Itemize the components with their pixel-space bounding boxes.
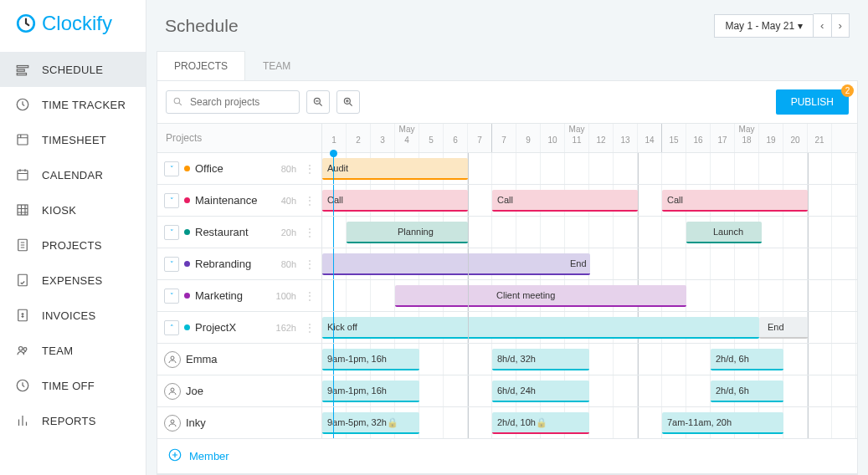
zoom-out-button[interactable] — [306, 90, 330, 114]
timeline[interactable]: Client meeting — [322, 280, 857, 311]
date-prev-button[interactable]: ‹ — [814, 13, 831, 38]
assignment-bar[interactable]: 6h/d, 24h — [492, 381, 589, 402]
schedule-bar[interactable]: End — [322, 253, 590, 275]
tab-projects[interactable]: PROJECTS — [157, 51, 245, 81]
search-icon — [172, 95, 183, 110]
logo[interactable]: Clockify — [0, 0, 146, 47]
expand-toggle[interactable]: ˅ — [164, 225, 179, 240]
schedule-bar[interactable]: Call — [662, 190, 808, 212]
drag-handle[interactable]: ⋮ — [305, 195, 315, 207]
kiosk-icon — [15, 202, 30, 217]
expand-toggle[interactable]: ˅ — [164, 257, 179, 272]
nav-calendar[interactable]: CALENDAR — [0, 157, 146, 192]
date-next-button[interactable]: › — [832, 13, 850, 38]
assignment-bar[interactable]: 8h/d, 32h — [492, 349, 589, 370]
svg-rect-3 — [17, 74, 26, 75]
expand-toggle[interactable]: ˄ — [164, 320, 179, 335]
schedule-bar[interactable]: Planning — [347, 222, 468, 243]
nav-invoices[interactable]: INVOICES — [0, 298, 146, 333]
project-cell: ˅ Marketing 100h ⋮ — [157, 280, 322, 311]
drag-handle[interactable]: ⋮ — [305, 322, 315, 334]
day-header: 19 — [759, 124, 783, 152]
nav-expenses[interactable]: EXPENSES — [0, 263, 146, 298]
date-range-text: May 1 - May 21 — [725, 20, 794, 32]
timeline[interactable]: 9am-1pm, 16h6h/d, 24h2h/d, 6h — [322, 375, 857, 406]
svg-rect-7 — [18, 205, 28, 215]
lock-icon: 🔒 — [536, 417, 547, 428]
schedule-bar[interactable]: Audit — [322, 158, 468, 180]
project-color-dot — [184, 229, 190, 235]
team-cell: Emma — [157, 344, 322, 375]
drag-handle[interactable]: ⋮ — [305, 163, 315, 175]
publish-button[interactable]: PUBLISH 2 — [776, 89, 849, 115]
team-row: Joe 9am-1pm, 16h6h/d, 24h2h/d, 6h — [157, 375, 857, 407]
expand-toggle[interactable]: ˅ — [164, 161, 179, 176]
timesheet-icon — [15, 132, 30, 147]
project-hours: 20h — [281, 227, 296, 238]
project-name: Marketing — [195, 289, 271, 302]
project-color-dot — [184, 166, 190, 171]
assignment-bar[interactable]: 2h/d, 6h — [711, 381, 783, 402]
assignment-bar[interactable]: 2h/d, 10h 🔒 — [492, 412, 589, 434]
assignment-bar[interactable]: 7am-11am, 20h — [662, 412, 783, 434]
schedule-bar[interactable]: Client meeting — [395, 285, 686, 307]
nav-label: TIME TRACKER — [42, 99, 126, 111]
nav-label: TIMESHEET — [42, 134, 106, 146]
nav-team[interactable]: TEAM — [0, 333, 146, 368]
today-line — [333, 248, 334, 279]
day-header: 10 — [541, 124, 565, 152]
nav-reports[interactable]: REPORTS — [0, 403, 146, 438]
assignment-bar[interactable]: 9am-1pm, 16h — [322, 349, 419, 370]
project-name: Office — [195, 162, 276, 175]
logo-text: Clockify — [42, 12, 112, 35]
timeline[interactable]: 9am-5pm, 32h 🔒2h/d, 10h 🔒7am-11am, 20h — [322, 407, 857, 438]
nav-projects[interactable]: PROJECTS — [0, 227, 146, 263]
day-headers: 1234May567791011May12131415161718May1920… — [322, 124, 832, 152]
team-cell: Joe — [157, 375, 322, 406]
nav-label: REPORTS — [42, 415, 96, 427]
project-row: ˅ Rebranding 80h ⋮ End — [157, 248, 857, 280]
drag-handle[interactable]: ⋮ — [305, 258, 315, 270]
clock-icon — [15, 97, 30, 112]
nav-timesheet[interactable]: TIMESHEET — [0, 122, 146, 157]
nav-label: INVOICES — [42, 309, 96, 322]
sidebar: Clockify SCHEDULE TIME TRACKER TIMESHEET… — [0, 0, 146, 475]
project-cell: ˅ Rebranding 80h ⋮ — [157, 248, 322, 279]
publish-label: PUBLISH — [791, 96, 834, 108]
schedule-bar[interactable]: Launch — [686, 222, 762, 243]
nav-schedule[interactable]: SCHEDULE — [0, 52, 146, 87]
svg-point-14 — [174, 98, 180, 104]
assignment-bar[interactable]: 2h/d, 6h — [711, 349, 783, 370]
today-line — [333, 312, 334, 343]
day-header: 14 — [638, 124, 662, 152]
timeline[interactable]: Kick offEnd — [322, 312, 857, 343]
assignment-bar[interactable]: 9am-5pm, 32h 🔒 — [322, 412, 419, 434]
nav-time-tracker[interactable]: TIME TRACKER — [0, 87, 146, 122]
timeline[interactable]: CallCallCall — [322, 185, 857, 216]
page-title: Schedule — [165, 16, 239, 36]
add-member-row[interactable]: Member — [157, 439, 857, 474]
project-hours: 80h — [281, 259, 296, 269]
schedule-bar[interactable]: Kick off — [322, 317, 759, 339]
nav-label: PROJECTS — [42, 239, 102, 252]
drag-handle[interactable]: ⋮ — [305, 290, 315, 302]
assignment-bar[interactable]: 9am-1pm, 16h — [322, 381, 419, 402]
nav-kiosk[interactable]: KIOSK — [0, 192, 146, 227]
expand-toggle[interactable]: ˅ — [164, 289, 179, 304]
tab-team[interactable]: TEAM — [245, 51, 308, 81]
invoices-icon — [15, 308, 30, 323]
schedule-bar[interactable]: End — [759, 317, 808, 339]
timeline[interactable]: PlanningLaunch — [322, 217, 857, 248]
timeline[interactable]: 9am-1pm, 16h8h/d, 32h2h/d, 6h — [322, 344, 857, 375]
zoom-in-button[interactable] — [336, 90, 360, 114]
nav-time-off[interactable]: TIME OFF — [0, 368, 146, 403]
timeline[interactable]: End — [322, 248, 857, 279]
drag-handle[interactable]: ⋮ — [305, 227, 315, 238]
search-input[interactable] — [166, 90, 300, 114]
date-range-button[interactable]: May 1 - May 21 ▾ — [714, 14, 814, 38]
expand-toggle[interactable]: ˅ — [164, 193, 179, 208]
timeline[interactable]: Audit — [322, 153, 857, 184]
schedule-bar[interactable]: Call — [492, 190, 638, 212]
schedule-bar[interactable]: Call — [322, 190, 468, 212]
day-header: 3 — [371, 124, 395, 152]
